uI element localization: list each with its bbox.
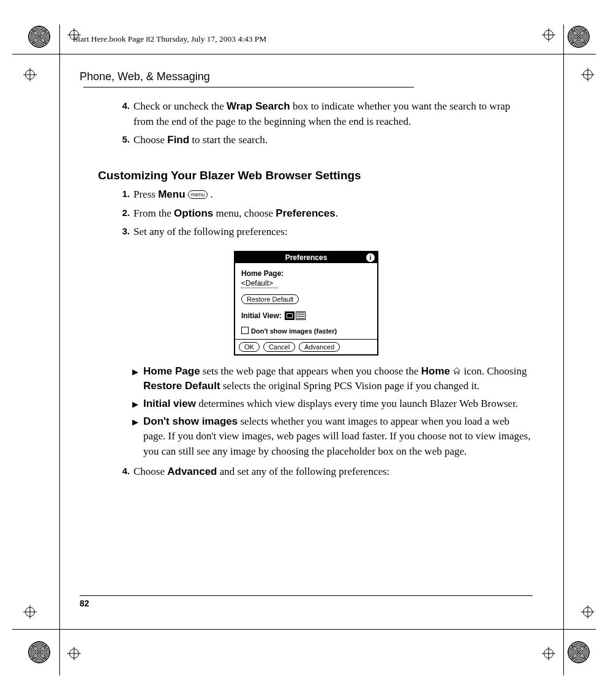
crop-mark-top <box>12 54 596 54</box>
registration-mark-icon <box>67 647 81 660</box>
registration-mark-icon <box>23 68 37 81</box>
dont-show-images-label: Don't show images (faster) <box>251 327 337 335</box>
view-wide-icon <box>296 311 306 320</box>
preferences-dialog-figure: Preferences i Home Page: <Default> Resto… <box>234 251 378 356</box>
page-footer: 82 <box>80 595 533 608</box>
list-item: 3. Set any of the following preferences: <box>116 225 533 240</box>
list-item: ▶ Home Page sets the web page that appea… <box>132 364 533 394</box>
bullet-text: Home Page sets the web page that appears… <box>143 364 533 394</box>
registration-disc-icon <box>28 641 50 663</box>
registration-mark-icon <box>542 28 555 42</box>
step-text: From the Options menu, choose Preference… <box>133 206 533 222</box>
dont-show-images-row: Don't show images (faster) <box>241 327 371 335</box>
list-item: ▶ Don't show images selects whether you … <box>132 414 533 460</box>
menu-key-icon: menu <box>188 190 208 199</box>
registration-mark-icon <box>581 68 595 81</box>
crop-mark-right <box>563 24 564 676</box>
initial-view-icons <box>283 311 306 322</box>
cancel-button: Cancel <box>263 342 295 352</box>
registration-disc-icon <box>28 26 50 48</box>
step-text: Press Menu menu . <box>133 187 533 203</box>
preference-descriptions: ▶ Home Page sets the web page that appea… <box>132 364 533 460</box>
bullet-text: Don't show images selects whether you wa… <box>143 414 533 460</box>
ok-button: OK <box>239 342 260 352</box>
bullet-marker-icon: ▶ <box>132 364 143 394</box>
crop-mark-left <box>59 24 60 676</box>
dialog-title: Preferences <box>285 253 328 262</box>
step-text: Set any of the following preferences: <box>133 225 533 240</box>
section-rule <box>83 87 414 88</box>
subheading: Customizing Your Blazer Web Browser Sett… <box>98 169 533 182</box>
crop-mark-bottom <box>12 629 596 630</box>
step-number: 4. <box>116 464 130 480</box>
step-number: 3. <box>116 225 130 240</box>
steps-after-heading: 1. Press Menu menu . 2. From the Options… <box>116 187 533 240</box>
dialog-titlebar: Preferences i <box>235 252 377 263</box>
info-icon: i <box>366 253 375 262</box>
list-item: 2. From the Options menu, choose Prefere… <box>116 206 533 222</box>
restore-default-button: Restore Default <box>241 294 299 304</box>
view-normal-icon <box>285 311 295 320</box>
step-text: Choose Advanced and set any of the follo… <box>133 464 533 480</box>
initial-view-label: Initial View: <box>241 311 282 320</box>
page-number: 82 <box>80 598 89 608</box>
registration-disc-icon <box>568 26 590 48</box>
steps-before-heading: 4. Check or uncheck the Wrap Search box … <box>116 99 533 148</box>
home-icon <box>452 367 461 375</box>
advanced-button: Advanced <box>299 342 340 352</box>
step-number: 2. <box>116 206 130 222</box>
list-item: 5. Choose Find to start the search. <box>116 133 533 148</box>
registration-mark-icon <box>23 605 37 619</box>
step-text: Choose Find to start the search. <box>133 133 533 148</box>
checkbox-icon <box>241 327 249 334</box>
registration-disc-icon <box>568 641 590 663</box>
home-page-label: Home Page: <box>241 269 371 278</box>
step-text: Check or uncheck the Wrap Search box to … <box>133 99 533 129</box>
step-number: 5. <box>116 133 130 148</box>
home-page-field: <Default> <box>241 279 278 288</box>
list-item: 4. Check or uncheck the Wrap Search box … <box>116 99 533 129</box>
running-header: Start Here.book Page 82 Thursday, July 1… <box>73 34 266 44</box>
list-item: ▶ Initial view determines which view dis… <box>132 397 533 412</box>
section-title-row: Phone, Web, & Messaging <box>80 70 533 94</box>
registration-mark-icon <box>581 605 595 619</box>
preferences-dialog: Preferences i Home Page: <Default> Resto… <box>234 251 378 356</box>
bullet-marker-icon: ▶ <box>132 414 143 460</box>
section-title: Phone, Web, & Messaging <box>80 70 210 83</box>
list-item: 1. Press Menu menu . <box>116 187 533 203</box>
list-item: 4. Choose Advanced and set any of the fo… <box>116 464 533 480</box>
dialog-buttons: OK Cancel Advanced <box>235 339 377 354</box>
step-number: 4. <box>116 99 130 129</box>
step-number: 1. <box>116 187 130 203</box>
dialog-body: Home Page: <Default> Restore Default Ini… <box>235 263 377 339</box>
bullet-text: Initial view determines which view displ… <box>143 397 533 412</box>
registration-mark-icon <box>542 647 555 660</box>
steps-final: 4. Choose Advanced and set any of the fo… <box>116 464 533 480</box>
page-content: Phone, Web, & Messaging 4. Check or unch… <box>80 70 533 483</box>
bullet-marker-icon: ▶ <box>132 397 143 412</box>
